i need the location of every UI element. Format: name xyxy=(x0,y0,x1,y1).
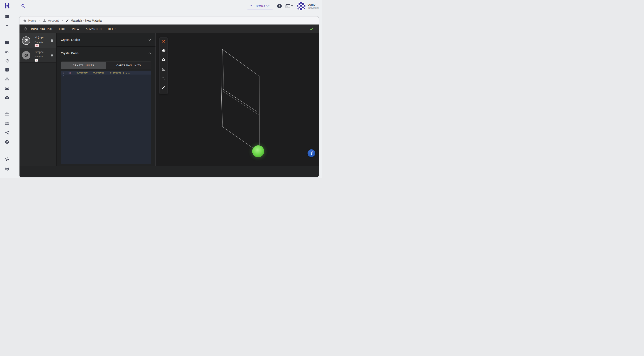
sidebar-item-jobs[interactable] xyxy=(4,48,10,55)
unit-cell-wireframe[interactable] xyxy=(156,33,318,166)
crystal-viewer-3d[interactable]: i xyxy=(156,33,319,166)
dashboard-icon xyxy=(5,14,9,19)
material-thumbnail xyxy=(22,36,30,45)
user-name: demo xyxy=(308,3,319,6)
breadcrumb-account-label: Account xyxy=(48,19,59,22)
delete-material-button[interactable] xyxy=(50,39,54,42)
breadcrumb-account[interactable]: Account xyxy=(43,19,59,22)
sidebar xyxy=(0,0,14,178)
viewer-settings-button[interactable] xyxy=(161,57,166,62)
material-item-graphene[interactable]: Graphe… Formula: C xyxy=(20,48,56,63)
sidebar-item-team[interactable] xyxy=(4,120,10,127)
constraint-flags: 1 1 1 xyxy=(123,71,130,75)
page-title: Materials - New Material xyxy=(71,19,102,22)
coord-y: 0.000000 xyxy=(93,71,110,75)
material-item-ni[interactable]: Ni (mp-… Formula: Ni xyxy=(20,33,56,48)
menu-edit[interactable]: EDIT xyxy=(59,26,66,32)
console-menu[interactable] xyxy=(286,4,293,8)
info-button[interactable]: i xyxy=(308,149,315,157)
looks-one-icon xyxy=(5,68,9,72)
materials-list: Ni (mp-… Formula: Ni Graphe… Formula: C xyxy=(20,33,56,166)
mat3ra-logo[interactable] xyxy=(4,3,10,9)
line-number: 1 xyxy=(62,71,66,75)
workspace: Ni (mp-… Formula: Ni Graphe… Formula: C xyxy=(20,33,319,166)
coord-z: 0.000000 xyxy=(110,71,121,75)
molecule-icon xyxy=(5,59,9,63)
sidebar-item-unit[interactable] xyxy=(4,66,10,73)
menu-help[interactable]: HELP xyxy=(108,26,116,32)
breadcrumb-home-label: Home xyxy=(28,19,36,22)
sidebar-item-dashboard[interactable] xyxy=(4,13,10,20)
code-line-2[interactable]: 2 xyxy=(61,75,151,78)
plus-icon xyxy=(5,23,9,28)
molecule-icon xyxy=(23,27,27,31)
sidebar-item-support[interactable] xyxy=(4,165,10,172)
tab-cartesian-units[interactable]: CARTESIAN UNITS xyxy=(106,62,151,69)
sidebar-item-folders[interactable] xyxy=(4,39,10,46)
sidebar-item-materials[interactable] xyxy=(4,57,10,64)
sidebar-item-share[interactable] xyxy=(4,129,10,136)
units-tab-group: CRYSTAL UNITS CARTESIAN UNITS xyxy=(61,62,151,69)
user-info: demo Individual xyxy=(308,3,319,10)
edit-structure-button[interactable] xyxy=(161,85,166,90)
line-number: 2 xyxy=(62,75,66,78)
sidebar-item-workflows[interactable] xyxy=(4,76,10,82)
helm-icon xyxy=(5,157,9,162)
sidebar-item-media[interactable] xyxy=(4,85,10,92)
pencil-icon xyxy=(162,85,166,89)
breadcrumb: Home Account Materials - New Material xyxy=(20,16,319,24)
element-token: Ni xyxy=(68,71,76,75)
coord-x: 0.000000 xyxy=(76,71,93,75)
sidebar-item-web[interactable] xyxy=(4,138,10,145)
swap-axes-button[interactable] xyxy=(161,76,166,80)
sidebar-item-helm[interactable] xyxy=(4,156,10,163)
media-cloud-icon xyxy=(5,86,9,90)
editor-menubar: INPUT/OUTPUT EDIT VIEW ADVANCED HELP xyxy=(20,24,319,33)
chevron-down-icon xyxy=(148,38,151,42)
sidebar-item-organization[interactable] xyxy=(4,111,10,118)
atom-sphere-ni[interactable] xyxy=(252,145,264,157)
headset-icon xyxy=(5,166,9,171)
user-menu[interactable]: demo Individual xyxy=(297,2,319,10)
menu-advanced[interactable]: ADVANCED xyxy=(86,26,102,32)
identicon xyxy=(297,2,306,10)
delete-material-button[interactable] xyxy=(50,53,54,57)
measure-button[interactable] xyxy=(161,67,166,71)
search-icon[interactable] xyxy=(21,4,26,8)
home-icon xyxy=(23,19,26,22)
visibility-button[interactable] xyxy=(161,48,166,53)
playlist-play-icon xyxy=(5,50,9,54)
formula-badge: Ni xyxy=(34,44,39,47)
crystal-basis-header[interactable]: Crystal Basis xyxy=(56,47,156,60)
material-name-field[interactable]: Graphe… xyxy=(34,50,47,55)
share-icon xyxy=(5,131,9,135)
gear-icon xyxy=(162,58,166,62)
molecule-icon xyxy=(24,38,28,43)
tab-crystal-units[interactable]: CRYSTAL UNITS xyxy=(61,62,106,69)
person-icon xyxy=(43,19,46,22)
help-icon[interactable]: ? xyxy=(277,4,282,8)
menu-view[interactable]: VIEW xyxy=(72,26,80,32)
material-thumbnail xyxy=(22,51,30,59)
swap-vertical-icon xyxy=(162,76,166,80)
code-line-1[interactable]: 1 Ni 0.000000 0.000000 0.000000 1 1 1 xyxy=(61,71,151,75)
material-name-field[interactable]: Ni (mp-… xyxy=(34,36,47,40)
card-footer xyxy=(20,166,319,177)
sidebar-item-cloud[interactable] xyxy=(4,94,10,101)
saved-check-icon[interactable] xyxy=(310,27,314,31)
upgrade-button[interactable]: UPGRADE xyxy=(247,3,273,9)
sitemap-icon xyxy=(5,77,9,81)
user-plan: Individual xyxy=(308,6,319,10)
sidebar-divider xyxy=(4,149,10,149)
breadcrumb-home[interactable]: Home xyxy=(23,19,36,22)
crystal-lattice-header[interactable]: Crystal Lattice xyxy=(56,33,156,46)
basis-code-editor[interactable]: 1 Ni 0.000000 0.000000 0.000000 1 1 1 2 xyxy=(61,71,151,164)
avatar xyxy=(297,2,306,10)
sidebar-item-new[interactable] xyxy=(4,22,10,29)
breadcrumb-separator xyxy=(60,19,64,22)
menu-input-output[interactable]: INPUT/OUTPUT xyxy=(31,26,52,32)
source-editor-panel: Crystal Lattice Crystal Basis CRYSTAL UN… xyxy=(56,33,156,166)
section-title: Crystal Lattice xyxy=(61,38,80,41)
close-viewer-button[interactable] xyxy=(161,39,166,43)
eye-icon xyxy=(162,49,166,53)
